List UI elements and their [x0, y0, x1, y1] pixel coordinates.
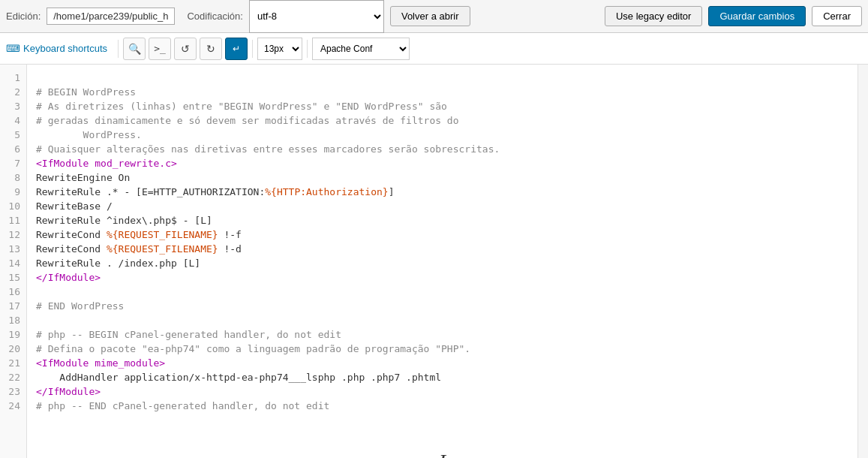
legacy-editor-button[interactable]: Use legacy editor: [605, 6, 702, 26]
line-number: 18: [0, 313, 26, 327]
terminal-icon: >_: [154, 43, 166, 54]
line-number: 22: [0, 370, 26, 384]
reopen-button[interactable]: Volver a abrir: [390, 6, 470, 26]
line-number: 13: [0, 242, 26, 256]
language-select[interactable]: Apache Conf HTML PHP CSS JavaScript Text: [312, 38, 410, 60]
line-number: 20: [0, 342, 26, 356]
redo-icon: ↻: [206, 43, 215, 55]
code-line: RewriteRule .* - [E=HTTP_AUTHORIZATION:%…: [36, 185, 848, 199]
search-icon: 🔍: [128, 43, 141, 55]
line-number: 12: [0, 227, 26, 242]
line-numbers: 123456789101112131415161718192021222324: [0, 65, 27, 458]
code-line: [36, 285, 848, 299]
code-line: RewriteCond %{REQUEST_FILENAME} !-f: [36, 227, 848, 242]
line-number: 2: [0, 85, 26, 99]
line-number: 4: [0, 113, 26, 128]
code-line: # Defina o pacote "ea-php74" como a ling…: [36, 342, 848, 356]
separator-1: [118, 40, 119, 58]
redo-button[interactable]: ↻: [200, 38, 222, 60]
right-gutter: [857, 65, 868, 458]
line-number: 5: [0, 128, 26, 142]
line-number: 21: [0, 356, 26, 370]
code-line: RewriteBase /: [36, 199, 848, 213]
code-line: <IfModule mime_module>: [36, 356, 848, 370]
line-number: 6: [0, 142, 26, 156]
second-bar: ⌨ Keyboard shortcuts 🔍 >_ ↺ ↻ ↵ 10px 11p…: [0, 33, 868, 65]
code-line: # geradas dinamicamente e só devem ser m…: [36, 113, 848, 128]
undo-icon: ↺: [181, 43, 190, 55]
line-number: 7: [0, 156, 26, 170]
keyboard-shortcuts-link[interactable]: ⌨ Keyboard shortcuts: [6, 43, 107, 54]
line-number: 9: [0, 185, 26, 199]
save-button[interactable]: Guardar cambios: [708, 6, 806, 26]
code-line: # php -- END cPanel-generated handler, d…: [36, 399, 848, 413]
code-line: </IfModule>: [36, 270, 848, 285]
top-bar: Edición: /home1/parce239/public_h Codifi…: [0, 0, 868, 33]
code-line: RewriteRule . /index.php [L]: [36, 256, 848, 270]
code-line: # Quaisquer alterações nas diretivas ent…: [36, 142, 848, 156]
line-number: 10: [0, 199, 26, 213]
editor-container: 123456789101112131415161718192021222324 …: [0, 65, 868, 458]
line-number: 17: [0, 299, 26, 313]
line-number: 23: [0, 384, 26, 399]
line-number: 24: [0, 399, 26, 413]
code-line: RewriteRule ^index\.php$ - [L]: [36, 213, 848, 227]
code-line: [36, 313, 848, 327]
wrap-button[interactable]: ↵: [225, 38, 248, 60]
line-number: 8: [0, 170, 26, 185]
code-line: RewriteEngine On: [36, 170, 848, 185]
code-line: <IfModule mod_rewrite.c>: [36, 156, 848, 170]
line-number: 1: [0, 71, 26, 85]
terminal-button[interactable]: >_: [149, 38, 171, 60]
code-area[interactable]: # BEGIN WordPress# As diretrizes (linhas…: [27, 65, 857, 458]
wrap-icon: ↵: [233, 44, 240, 54]
line-number: 16: [0, 285, 26, 299]
keyboard-icon: ⌨: [6, 43, 20, 54]
close-button[interactable]: Cerrar: [812, 6, 862, 26]
code-line: # php -- BEGIN cPanel-generated handler,…: [36, 327, 848, 342]
line-number: 19: [0, 327, 26, 342]
separator-2: [252, 40, 253, 58]
encoding-select[interactable]: utf-8 iso-8859-1 windows-1252: [249, 0, 384, 33]
code-line: AddHandler application/x-httpd-ea-php74_…: [36, 370, 848, 384]
cursor-area: I: [36, 427, 848, 458]
text-cursor: I: [439, 450, 446, 458]
line-number: 3: [0, 99, 26, 113]
line-number: 15: [0, 270, 26, 285]
file-path: /home1/parce239/public_h: [47, 8, 175, 25]
code-line: # As diretrizes (linhas) entre "BEGIN Wo…: [36, 99, 848, 113]
separator-3: [307, 40, 308, 58]
fontsize-select[interactable]: 10px 11px 12px 13px 14px 16px 18px: [257, 38, 302, 60]
code-line: RewriteCond %{REQUEST_FILENAME} !-d: [36, 242, 848, 256]
edition-label: Edición:: [6, 11, 41, 22]
line-number: 14: [0, 256, 26, 270]
code-line: WordPress.: [36, 128, 848, 142]
line-number: 11: [0, 213, 26, 227]
code-line: # BEGIN WordPress: [36, 85, 848, 99]
search-button[interactable]: 🔍: [123, 38, 146, 60]
code-line: </IfModule>: [36, 384, 848, 399]
code-line: # END WordPress: [36, 299, 848, 313]
code-line: [36, 413, 848, 427]
encoding-label: Codificación:: [187, 11, 242, 22]
undo-button[interactable]: ↺: [174, 38, 197, 60]
code-line: [36, 71, 848, 85]
